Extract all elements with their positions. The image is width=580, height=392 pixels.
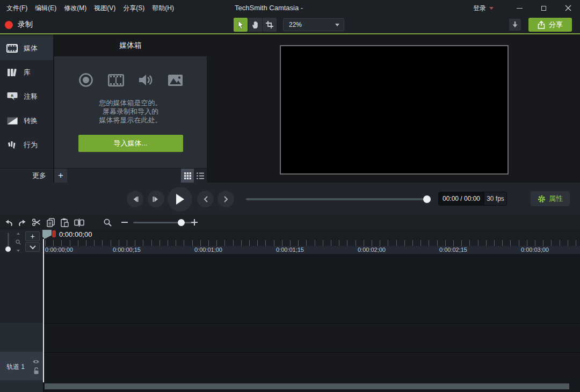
track-options-button[interactable] <box>25 242 40 252</box>
play-icon <box>175 193 185 205</box>
arrow-down-icon <box>17 250 20 252</box>
timeline-zoom-button[interactable] <box>101 216 114 229</box>
video-filmstrip-icon <box>108 74 124 86</box>
scissors-icon <box>32 218 41 227</box>
eye-icon <box>32 359 40 364</box>
jump-to-end-button[interactable] <box>218 191 234 207</box>
gear-icon <box>538 195 546 203</box>
import-media-button[interactable]: 导入媒体... <box>78 135 183 152</box>
split-button[interactable] <box>73 216 85 229</box>
media-bin-empty-state: 您的媒体箱是空的。 屏幕录制和导入的 媒体将显示在此处。 导入媒体... <box>54 56 207 168</box>
next-frame-button[interactable] <box>148 191 164 207</box>
playhead-out-handle[interactable] <box>52 230 56 237</box>
record-button[interactable]: 录制 <box>5 16 33 33</box>
redo-icon <box>18 219 27 227</box>
menu-edit[interactable]: 编辑(E) <box>35 4 56 13</box>
preview-canvas[interactable] <box>280 45 509 175</box>
track-zoom-widget[interactable] <box>15 233 22 252</box>
track1-lock-toggle[interactable] <box>33 367 39 374</box>
menu-bar: 文件(F) 编辑(E) 修改(M) 视图(V) 分享(S) 帮助(H) Tech… <box>0 0 580 16</box>
arrow-up-icon <box>17 233 20 235</box>
timeline-ruler[interactable]: 0:00:00;00 0:00:00;15 0:00:01;00 0:00:01… <box>44 246 580 254</box>
ruler-label: 0:00:03;00 <box>521 246 549 253</box>
close-icon <box>565 5 571 11</box>
cut-button[interactable] <box>30 216 42 229</box>
time-display: 00:00 / 00:00 <box>439 192 484 205</box>
crop-tool-button[interactable] <box>263 18 277 32</box>
seek-slider[interactable] <box>246 198 430 200</box>
close-button[interactable] <box>556 0 580 16</box>
menu-share[interactable]: 分享(S) <box>123 4 144 13</box>
track-height-slider[interactable] <box>8 233 9 249</box>
magnifier-icon <box>16 239 21 245</box>
select-tool-button[interactable] <box>234 18 248 32</box>
timeline-ruler-ticks[interactable] <box>44 240 580 246</box>
sidebar-item-behaviors[interactable]: 行为 <box>0 133 53 157</box>
left-pane: 媒体 库 a 注释 <box>0 34 207 183</box>
track-height-slider-thumb[interactable] <box>5 246 11 252</box>
track-area <box>44 254 580 392</box>
add-media-button[interactable]: + <box>54 169 67 183</box>
canvas-zoom-select[interactable]: 22% <box>283 18 344 31</box>
grid-view-button[interactable] <box>181 169 194 183</box>
behaviors-icon <box>6 140 18 149</box>
filmstrip-icon <box>6 44 18 53</box>
more-tools-button[interactable]: 更多 <box>0 169 54 183</box>
sidebar-item-label: 库 <box>24 68 31 77</box>
timeline-zoom-slider[interactable] <box>133 222 195 223</box>
jump-to-start-button[interactable] <box>197 191 214 207</box>
share-button[interactable]: 分享 <box>528 18 572 32</box>
sidebar-item-label: 注释 <box>24 92 38 101</box>
record-label: 录制 <box>18 20 33 30</box>
split-icon <box>74 219 84 227</box>
timeline-zoom-out-button[interactable] <box>118 216 131 229</box>
seek-slider-thumb[interactable] <box>423 195 431 203</box>
timeline-horizontal-scrollbar[interactable] <box>45 383 569 389</box>
menu-view[interactable]: 视图(V) <box>94 4 115 13</box>
sidebar-item-library[interactable]: 库 <box>0 60 53 84</box>
minimize-icon <box>517 8 523 9</box>
timeline-toolbar <box>0 215 580 230</box>
pan-tool-button[interactable] <box>248 18 262 32</box>
play-button[interactable] <box>168 187 192 212</box>
media-bin-empty-text: 您的媒体箱是空的。 屏幕录制和导入的 媒体将显示在此处。 <box>99 99 162 125</box>
panel-footer-bar: 更多 + <box>0 168 207 183</box>
maximize-button[interactable] <box>532 0 556 16</box>
timeline-zoom-slider-thumb[interactable] <box>178 219 185 226</box>
playhead-line[interactable] <box>43 239 44 382</box>
quick-export-button[interactable] <box>509 19 521 31</box>
copy-button[interactable] <box>44 216 57 229</box>
sidebar-item-transitions[interactable]: 转换 <box>0 108 53 133</box>
menu-file[interactable]: 文件(F) <box>6 4 27 13</box>
hand-icon <box>251 20 259 29</box>
previous-frame-icon <box>132 196 139 202</box>
track1-visibility-toggle[interactable] <box>32 359 40 364</box>
time-display-group: 00:00 / 00:00 30 fps <box>438 192 507 206</box>
editing-stage <box>207 34 580 183</box>
add-track-button[interactable]: + <box>25 231 40 241</box>
menu-help[interactable]: 帮助(H) <box>152 4 174 13</box>
paste-button[interactable] <box>58 216 71 229</box>
svg-text:a: a <box>11 93 13 98</box>
list-view-button[interactable] <box>194 169 207 183</box>
sidebar-item-annotations[interactable]: a 注释 <box>0 84 53 108</box>
minus-icon <box>121 222 128 223</box>
timeline-zoom-in-button[interactable] <box>188 216 201 229</box>
redo-button[interactable] <box>16 216 28 229</box>
sidebar-item-media[interactable]: 媒体 <box>0 36 53 60</box>
track1-lane[interactable] <box>44 352 580 380</box>
books-icon <box>6 68 18 77</box>
next-frame-icon <box>153 196 160 202</box>
sign-in-button[interactable]: 登录 <box>473 4 494 13</box>
undo-button[interactable] <box>2 216 15 229</box>
fps-display: 30 fps <box>484 192 506 205</box>
crop-icon <box>265 20 274 29</box>
minimize-button[interactable] <box>508 0 532 16</box>
menu-modify[interactable]: 修改(M) <box>64 4 86 13</box>
plus-icon <box>191 219 198 226</box>
maximize-icon <box>541 6 546 11</box>
previous-frame-button[interactable] <box>127 191 143 207</box>
gutter-empty-row <box>0 323 43 352</box>
window-controls: 登录 <box>473 0 580 16</box>
properties-button[interactable]: 属性 <box>531 191 570 206</box>
